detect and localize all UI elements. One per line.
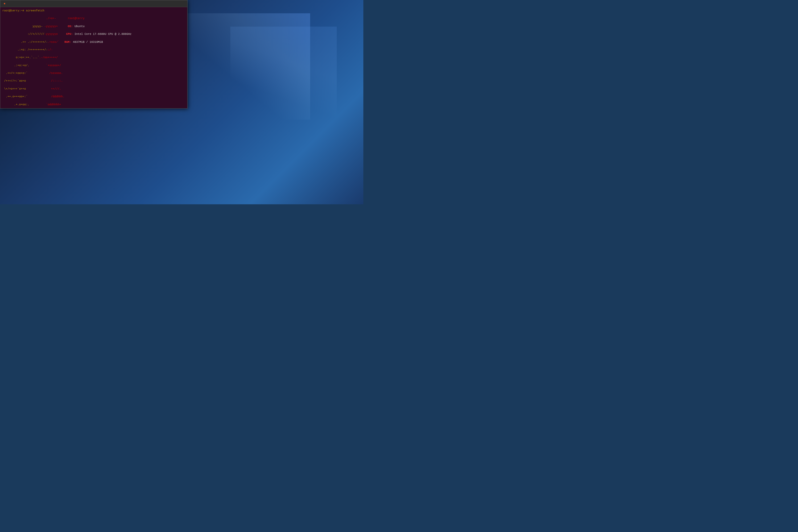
maximize-button-ubuntu[interactable]	[174, 1, 179, 6]
terminal-ubuntu-titlebar: ●	[0, 0, 187, 7]
terminal-ubuntu: ● root@terry:~# screenfetch ./+o+- root@…	[0, 0, 188, 109]
ubuntu-icon: ●	[2, 2, 7, 6]
minimize-button-ubuntu[interactable]	[169, 1, 173, 6]
close-button-ubuntu[interactable]	[180, 1, 185, 6]
desktop: ● root@terry:~# screenfetch ./+o+- root@…	[0, 0, 363, 204]
terminal-ubuntu-body: root@terry:~# screenfetch ./+o+- root@te…	[0, 7, 187, 108]
